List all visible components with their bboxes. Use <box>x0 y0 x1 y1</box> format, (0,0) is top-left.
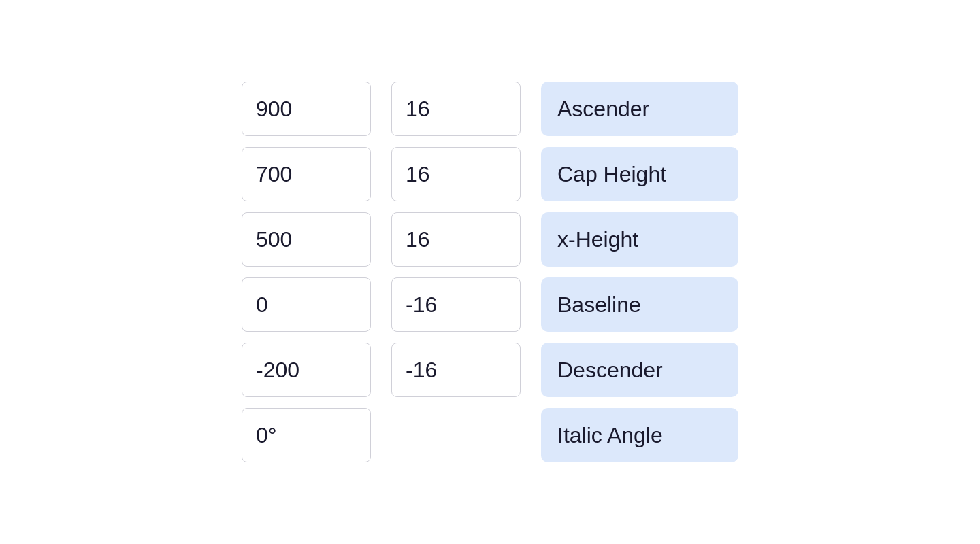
value-col1-row-1[interactable]: 700 <box>242 147 371 201</box>
value-col1-row-3[interactable]: 0 <box>242 277 371 332</box>
value-col1-row-2[interactable]: 500 <box>242 212 371 267</box>
label-badge-row-1: Cap Height <box>541 147 738 201</box>
value-col2-row-1[interactable]: 16 <box>391 147 521 201</box>
value-col2-row-4[interactable]: -16 <box>391 343 521 397</box>
label-badge-row-4: Descender <box>541 343 738 397</box>
value-col2-row-2[interactable]: 16 <box>391 212 521 267</box>
label-badge-row-5: Italic Angle <box>541 408 738 462</box>
value-col2-row-3[interactable]: -16 <box>391 277 521 332</box>
metrics-grid: 90016Ascender70016Cap Height50016x-Heigh… <box>242 82 738 462</box>
value-col1-row-4[interactable]: -200 <box>242 343 371 397</box>
label-badge-row-2: x-Height <box>541 212 738 267</box>
label-badge-row-3: Baseline <box>541 277 738 332</box>
label-badge-row-0: Ascender <box>541 82 738 136</box>
value-col1-row-5[interactable]: 0° <box>242 408 371 462</box>
value-col2-row-0[interactable]: 16 <box>391 82 521 136</box>
value-col1-row-0[interactable]: 900 <box>242 82 371 136</box>
